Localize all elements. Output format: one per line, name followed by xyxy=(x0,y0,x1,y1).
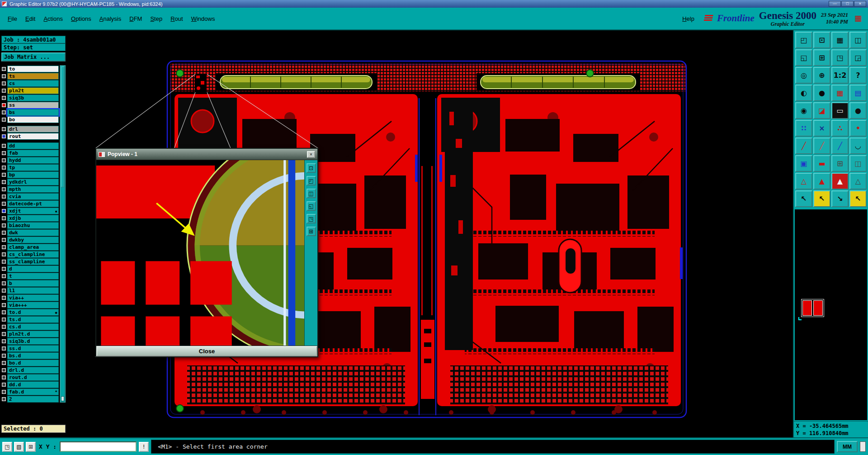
layer-name[interactable]: drl xyxy=(7,126,59,133)
color-grid-tool[interactable]: ▦ xyxy=(831,85,849,101)
grid-screen-tool[interactable]: ▦ xyxy=(831,32,849,48)
move-arrow-tool[interactable]: ↘ xyxy=(831,190,849,207)
xy-coordinate-input[interactable] xyxy=(60,441,137,452)
layer-visibility-toggle[interactable] xyxy=(1,165,6,170)
layer-visibility-toggle[interactable] xyxy=(1,95,6,100)
layer-name[interactable]: dd xyxy=(7,142,59,149)
layer-name[interactable]: 2 xyxy=(7,396,59,403)
layer-row[interactable]: via++ xyxy=(1,294,59,301)
layer-name[interactable]: pln2t.d xyxy=(7,331,59,337)
scatter-tool[interactable]: ∴ xyxy=(831,120,849,137)
diagonal-line-tool[interactable]: ╱ xyxy=(795,137,812,154)
layer-visibility-toggle[interactable] xyxy=(1,201,6,206)
layer-row[interactable]: cvia xyxy=(1,193,59,200)
layer-visibility-toggle[interactable] xyxy=(1,117,6,122)
job-matrix-button[interactable]: Job Matrix ... xyxy=(1,52,66,62)
layer-visibility-toggle[interactable] xyxy=(1,216,6,221)
layer-row[interactable]: bo xyxy=(1,116,59,123)
layer-visibility-toggle[interactable] xyxy=(1,194,6,199)
layer-row[interactable]: via+++ xyxy=(1,301,59,308)
layer-row[interactable]: rout xyxy=(1,133,59,140)
context-help-tool[interactable]: ? xyxy=(849,67,867,84)
layer-name[interactable]: ss.d xyxy=(7,345,59,352)
select-mode-button[interactable]: ◳ xyxy=(2,442,12,452)
maximize-button[interactable]: □ xyxy=(841,1,854,7)
layer-name[interactable]: biaozhu xyxy=(7,222,59,229)
layer-visibility-toggle[interactable] xyxy=(1,303,6,308)
layer-row[interactable]: biaozhu xyxy=(1,222,59,229)
layer-name[interactable]: xdjb xyxy=(7,215,59,222)
layer-name[interactable]: ydkdrl xyxy=(7,179,59,185)
corner-window-tool[interactable]: ◳ xyxy=(831,49,849,66)
select-arrow-tool[interactable]: ↖ xyxy=(795,190,812,207)
layer-visibility-toggle[interactable] xyxy=(1,332,6,337)
layer-visibility-toggle[interactable] xyxy=(1,245,6,250)
popview-window[interactable]: Popview - 1 × xyxy=(95,148,318,357)
pcb-workspace[interactable]: Popview - 1 × xyxy=(67,30,793,437)
layer-row[interactable]: ydkdrl xyxy=(1,178,59,185)
dot-mode-tool[interactable]: ● xyxy=(813,85,830,101)
layer-row[interactable]: ss.d xyxy=(1,345,59,352)
arc-tool[interactable]: ◡ xyxy=(849,137,867,154)
layer-name[interactable]: drl.d xyxy=(7,367,59,374)
split-screen-tool[interactable]: ◫ xyxy=(849,32,867,48)
small-grid-tool[interactable]: ⊞ xyxy=(831,155,849,172)
popview-title-bar[interactable]: Popview - 1 × xyxy=(96,149,317,160)
layer-name[interactable]: ts xyxy=(7,73,59,80)
layer-visibility-toggle[interactable] xyxy=(1,81,6,86)
resize-grip[interactable] xyxy=(860,441,866,452)
minimize-button[interactable]: — xyxy=(829,1,841,7)
point-tool[interactable]: • xyxy=(849,120,867,137)
layer-name[interactable]: ss xyxy=(7,102,59,109)
layer-visibility-toggle[interactable] xyxy=(1,151,6,156)
layer-row[interactable]: ts.d xyxy=(1,316,59,323)
tile-windows-tool[interactable]: ⊞ xyxy=(813,49,830,66)
layer-row[interactable]: to xyxy=(1,65,59,72)
layer-name[interactable]: cs_clampline xyxy=(7,251,59,258)
layer-visibility-toggle[interactable] xyxy=(1,223,6,228)
pick-arrow-active-tool[interactable]: ↖ xyxy=(849,190,867,207)
layer-row[interactable]: pln2t.d xyxy=(1,330,59,337)
layer-visibility-toggle[interactable] xyxy=(1,110,6,115)
draw-mode-button[interactable]: ▧ xyxy=(14,442,24,452)
layer-row[interactable]: bs xyxy=(1,109,59,116)
layer-row[interactable]: dwkby xyxy=(1,236,59,243)
layer-visibility-toggle[interactable] xyxy=(1,259,6,264)
layer-visibility-toggle[interactable] xyxy=(1,127,6,132)
layer-row[interactable]: cs.d xyxy=(1,323,59,330)
menu-item-edit[interactable]: Edit xyxy=(25,15,35,22)
layer-name[interactable]: bo.d xyxy=(7,360,59,366)
window-title-bar[interactable]: Graphic Editor 9.07b2 (00@HY-HYCAM-PC185… xyxy=(0,0,868,8)
layer-name[interactable]: bs.d xyxy=(7,352,59,359)
layer-visibility-toggle[interactable] xyxy=(1,252,6,257)
layer-visibility-toggle[interactable] xyxy=(1,375,6,380)
layer-row[interactable]: dd xyxy=(1,142,59,149)
layer-visibility-toggle[interactable] xyxy=(1,339,6,344)
layer-row[interactable]: hydd xyxy=(1,156,59,164)
layer-visibility-toggle[interactable] xyxy=(1,74,6,79)
erase-cross-tool[interactable]: × xyxy=(813,120,830,137)
scrollbar-button[interactable] xyxy=(61,396,64,401)
layer-name[interactable]: cvia xyxy=(7,193,59,200)
layer-row[interactable]: ts xyxy=(1,72,59,80)
layer-name[interactable]: hydd xyxy=(7,157,59,164)
overview-pane[interactable] xyxy=(795,209,867,420)
menu-item-dfm[interactable]: DFM xyxy=(129,15,142,22)
popview-canvas[interactable] xyxy=(96,160,304,346)
layer-stripes-tool[interactable]: ▤ xyxy=(849,85,867,101)
popview-window-tool[interactable]: ◰ xyxy=(307,176,316,185)
scrollbar-thumb[interactable] xyxy=(61,66,64,187)
pad-frame-tool[interactable]: ▣ xyxy=(795,155,812,172)
layer-visibility-toggle[interactable] xyxy=(1,274,6,279)
menu-item-actions[interactable]: Actions xyxy=(43,15,63,22)
layer-name[interactable]: mpth xyxy=(7,186,59,193)
layer-row[interactable]: fab.d* xyxy=(1,388,59,395)
layer-name[interactable]: siq3b.d xyxy=(7,338,59,345)
popview-refresh-tool[interactable]: ⊡ xyxy=(307,163,316,173)
layer-name[interactable]: xdjt▪ xyxy=(7,208,59,214)
layer-visibility-toggle[interactable] xyxy=(1,368,6,373)
layer-row[interactable]: bp xyxy=(1,171,59,178)
thin-line-tool[interactable]: ╱ xyxy=(813,137,830,154)
full-screen-tool[interactable]: ⊡ xyxy=(813,32,830,48)
layer-visibility-toggle[interactable] xyxy=(1,360,6,365)
